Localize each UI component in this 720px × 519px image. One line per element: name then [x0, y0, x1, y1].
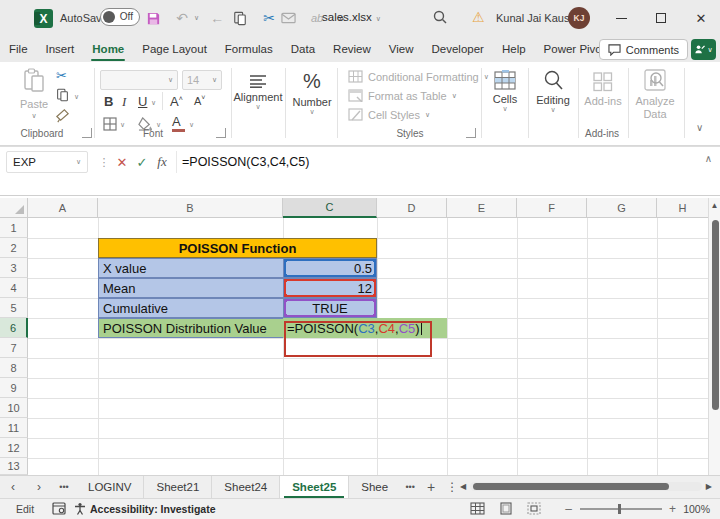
- row-header-8[interactable]: 8: [0, 358, 28, 378]
- column-header-h[interactable]: H: [657, 198, 708, 218]
- row-header-6[interactable]: 6: [0, 318, 28, 338]
- minimize-button[interactable]: [606, 6, 636, 30]
- sheet-tab-partial[interactable]: Shee: [349, 476, 400, 498]
- zoom-slider-handle[interactable]: [618, 504, 621, 514]
- sheet-nav-more-icon[interactable]: •••: [52, 476, 76, 498]
- row-header-10[interactable]: 10: [0, 398, 28, 418]
- font-size-select[interactable]: 14∨: [182, 70, 222, 90]
- cancel-entry-button[interactable]: ✕: [112, 151, 132, 173]
- cell-b4-label[interactable]: Mean: [98, 278, 284, 298]
- tab-developer[interactable]: Developer: [423, 36, 493, 62]
- sheet-nav-next-icon[interactable]: ›: [26, 476, 52, 498]
- column-header-e[interactable]: E: [447, 198, 517, 218]
- scroll-right-icon[interactable]: ▶: [706, 482, 712, 491]
- cell-b2-title[interactable]: POISSON Function: [98, 238, 377, 258]
- avatar[interactable]: KJ: [568, 7, 590, 29]
- column-header-f[interactable]: F: [517, 198, 587, 218]
- tab-home[interactable]: Home: [83, 36, 133, 62]
- share-button[interactable]: ∨: [691, 39, 716, 60]
- tab-data[interactable]: Data: [282, 36, 324, 62]
- sheet-tab-loginv[interactable]: LOGINV: [76, 476, 144, 498]
- tab-review[interactable]: Review: [324, 36, 380, 62]
- column-header-g[interactable]: G: [587, 198, 657, 218]
- document-title[interactable]: sales.xlsx∨: [322, 11, 381, 23]
- accessibility-icon[interactable]: [73, 502, 87, 516]
- cell-c3-value[interactable]: 0.5: [283, 258, 377, 278]
- horizontal-scroll-thumb[interactable]: [473, 483, 669, 490]
- grow-font-button[interactable]: A˄: [170, 94, 183, 109]
- save-icon[interactable]: [146, 11, 170, 26]
- sheet-tab-sheet24[interactable]: Sheet24: [212, 476, 280, 498]
- cut-ribbon-icon[interactable]: ✂: [56, 68, 67, 83]
- styles-dialog-launcher-icon[interactable]: [466, 128, 476, 138]
- insert-function-button[interactable]: fx: [152, 151, 172, 173]
- row-header-7[interactable]: 7: [0, 338, 28, 358]
- close-button[interactable]: ✕: [686, 6, 716, 30]
- sheet-tab-sheet21[interactable]: Sheet21: [144, 476, 212, 498]
- formula-bar-input[interactable]: =POISSON(C3,C4,C5): [182, 155, 309, 169]
- cell-b5-label[interactable]: Cumulative: [98, 298, 284, 318]
- clipboard-dialog-launcher-icon[interactable]: [82, 128, 92, 138]
- alignment-group-button[interactable]: Alignment ∨: [232, 74, 284, 111]
- comments-button[interactable]: Comments: [599, 39, 688, 60]
- shrink-font-button[interactable]: A˅: [194, 94, 205, 107]
- copy-ribbon-icon[interactable]: [56, 88, 69, 102]
- column-header-b[interactable]: B: [98, 198, 283, 218]
- row-header-9[interactable]: 9: [0, 378, 28, 398]
- cell-c4-value[interactable]: 12: [283, 278, 377, 298]
- row-header-3[interactable]: 3: [0, 258, 28, 278]
- copy-chevron-icon[interactable]: ∨: [74, 93, 79, 101]
- autosave-toggle[interactable]: Off: [100, 8, 140, 26]
- select-all-corner[interactable]: [0, 198, 28, 218]
- sheet-nav-prev-icon[interactable]: ‹: [0, 476, 26, 498]
- confirm-entry-button[interactable]: ✓: [132, 151, 152, 173]
- maximize-button[interactable]: [646, 6, 676, 30]
- cell-c5-value[interactable]: TRUE: [283, 298, 377, 318]
- copy-icon[interactable]: [233, 11, 257, 26]
- underline-chevron-icon[interactable]: ∨: [151, 99, 156, 107]
- font-dialog-launcher-icon[interactable]: [216, 128, 226, 138]
- zoom-out-icon[interactable]: –: [565, 502, 572, 516]
- column-header-c[interactable]: C: [283, 198, 377, 218]
- italic-button[interactable]: I: [122, 94, 126, 110]
- ribbon-collapse-chevron-icon[interactable]: ∨: [696, 122, 703, 133]
- view-normal-icon[interactable]: [470, 502, 485, 515]
- column-header-a[interactable]: A: [28, 198, 98, 218]
- column-header-d[interactable]: D: [377, 198, 447, 218]
- tab-overflow-icon[interactable]: •••: [400, 476, 420, 498]
- row-header-11[interactable]: 11: [0, 418, 28, 438]
- zoom-slider[interactable]: [580, 508, 662, 510]
- vertical-scroll-thumb[interactable]: [712, 220, 719, 410]
- formula-bar-collapse-icon[interactable]: ∧: [705, 153, 712, 164]
- row-header-1[interactable]: 1: [0, 218, 28, 238]
- name-box-options-icon[interactable]: ⋮: [94, 151, 114, 173]
- underline-button[interactable]: U: [138, 94, 147, 109]
- font-name-select[interactable]: ∨: [100, 70, 178, 90]
- number-group-button[interactable]: % Number ∨: [286, 70, 338, 116]
- row-header-2[interactable]: 2: [0, 238, 28, 258]
- tab-page-layout[interactable]: Page Layout: [133, 36, 216, 62]
- search-icon[interactable]: [432, 9, 448, 25]
- cell-b3-label[interactable]: X value: [98, 258, 284, 278]
- view-page-layout-icon[interactable]: [499, 502, 513, 515]
- cell-b6-label[interactable]: POISSON Distribution Value: [98, 318, 284, 338]
- tab-view[interactable]: View: [380, 36, 423, 62]
- editing-group-button[interactable]: Editing ∨: [529, 70, 577, 114]
- row-header-13[interactable]: 13: [0, 458, 28, 475]
- tab-insert[interactable]: Insert: [37, 36, 84, 62]
- tab-formulas[interactable]: Formulas: [216, 36, 282, 62]
- scroll-left-icon[interactable]: ◀: [460, 482, 466, 491]
- zoom-in-icon[interactable]: +: [669, 502, 676, 516]
- accessibility-status[interactable]: Accessibility: Investigate: [90, 503, 215, 515]
- cell-c6-formula[interactable]: =POISSON(C3,C4,C5): [283, 318, 447, 338]
- row-header-12[interactable]: 12: [0, 438, 28, 458]
- new-sheet-icon[interactable]: +: [420, 476, 442, 498]
- horizontal-scrollbar[interactable]: ◀ ▶: [460, 479, 712, 493]
- macro-record-icon[interactable]: [52, 502, 66, 515]
- zoom-level[interactable]: 100%: [683, 503, 710, 515]
- cut-icon[interactable]: ✂: [257, 10, 281, 26]
- tab-help[interactable]: Help: [493, 36, 535, 62]
- row-header-4[interactable]: 4: [0, 278, 28, 298]
- name-box[interactable]: EXP ∨: [6, 151, 88, 173]
- view-page-break-icon[interactable]: [527, 502, 541, 515]
